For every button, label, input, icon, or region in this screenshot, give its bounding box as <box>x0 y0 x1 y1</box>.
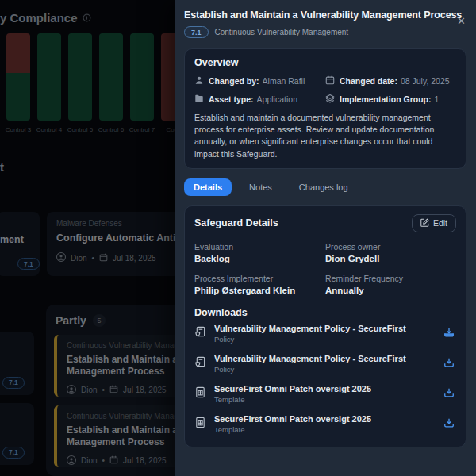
safeguard-details-card: Safeguard Details Edit Evaluation Backlo… <box>184 205 466 447</box>
close-icon[interactable]: ✕ <box>457 16 466 26</box>
edit-button[interactable]: Edit <box>412 214 456 232</box>
tab-notes[interactable]: Notes <box>240 178 282 196</box>
template-file-icon <box>194 386 206 401</box>
overview-grid: Changed by: Aiman Rafii Changed date: 08… <box>194 75 456 105</box>
safeguard-description: Establish and maintain a documented vuln… <box>194 112 456 160</box>
policy-file-icon <box>194 326 206 341</box>
download-row-1: Vulnerability Management Policy - Secure… <box>194 318 456 348</box>
safeguard-category: Continuous Vulnerability Management <box>215 28 349 36</box>
overview-card: Overview Changed by: Aiman Rafii Changed… <box>184 48 466 169</box>
policy-file-icon <box>194 356 206 371</box>
drawer-title: Establish and Maintain a Vulnerability M… <box>184 10 466 21</box>
download-icon[interactable] <box>442 327 456 340</box>
download-row-3: SecureFirst Omni Patch oversigt 2025 Tem… <box>194 378 456 409</box>
calendar-icon <box>325 75 340 86</box>
downloads-heading: Downloads <box>194 307 456 318</box>
overview-item-asset-type: Asset type: Application <box>194 94 325 105</box>
safeguard-details-heading: Safeguard Details <box>194 217 278 228</box>
safeguard-fields: Evaluation Backlog Process owner Dion Gr… <box>194 242 456 295</box>
tab-changes-log[interactable]: Changes log <box>290 178 358 196</box>
download-icon[interactable] <box>442 387 456 401</box>
download-row-2: Vulnerability Management Policy - Secure… <box>194 348 456 378</box>
safeguard-details-header: Safeguard Details Edit <box>194 214 456 232</box>
template-file-icon <box>194 416 206 432</box>
edit-icon <box>420 218 429 228</box>
download-row-4: SecureFirst Omni Patch oversigt 2025 Tem… <box>194 409 456 439</box>
download-icon[interactable] <box>442 357 456 370</box>
field-evaluation: Evaluation Backlog <box>194 242 325 263</box>
download-icon[interactable] <box>442 417 456 431</box>
overview-item-changed-by: Changed by: Aiman Rafii <box>194 75 325 86</box>
safeguard-number-badge: 7.1 <box>184 26 209 38</box>
field-reminder-frequency: Reminder Frequency Annually <box>325 274 456 295</box>
overview-item-changed-date: Changed date: 08 July, 2025 <box>325 75 456 86</box>
field-process-owner: Process owner Dion Grydell <box>325 242 456 263</box>
safeguard-detail-drawer: Establish and Maintain a Vulnerability M… <box>175 0 476 476</box>
screen: y Compliance Control 3Control 4Control 5… <box>0 0 476 476</box>
tab-details[interactable]: Details <box>184 178 232 196</box>
field-process-implementer: Process Implementer Philip Østergaard Kl… <box>194 274 325 295</box>
overview-item-implementation-group: Implementation Group: 1 <box>325 94 456 105</box>
overview-heading: Overview <box>194 57 456 68</box>
drawer-subtitle-row: 7.1 Continuous Vulnerability Management <box>184 26 466 38</box>
user-icon <box>194 75 209 86</box>
layers-icon <box>325 94 340 105</box>
folder-icon <box>194 94 209 105</box>
drawer-tabs: Details Notes Changes log <box>184 178 466 196</box>
